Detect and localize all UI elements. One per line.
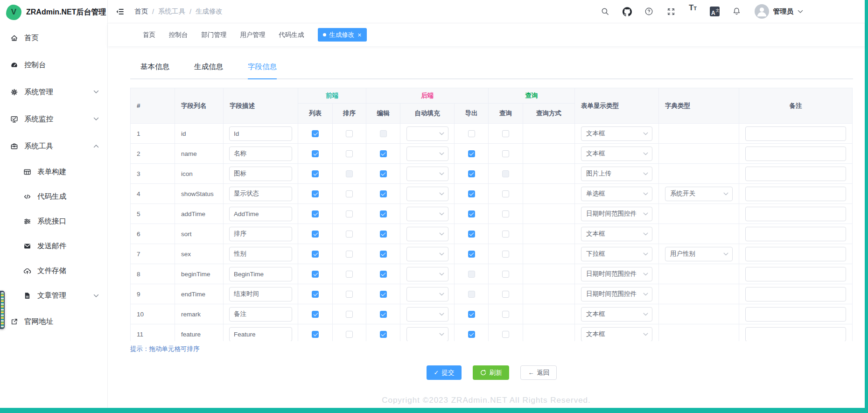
query-checkbox[interactable] bbox=[502, 251, 509, 258]
sort-checkbox[interactable] bbox=[346, 150, 353, 157]
sidebar-item-form-build[interactable]: 表单构建 bbox=[0, 160, 107, 184]
tab-生成信息[interactable]: 生成信息 bbox=[194, 62, 223, 79]
field-desc-input[interactable] bbox=[229, 247, 292, 261]
autofill-select[interactable] bbox=[406, 227, 448, 241]
list-checkbox[interactable] bbox=[312, 271, 319, 278]
tab-tag[interactable]: 控制台 bbox=[169, 31, 188, 39]
sort-checkbox[interactable] bbox=[346, 190, 353, 197]
field-desc-input[interactable] bbox=[229, 126, 292, 141]
list-checkbox[interactable] bbox=[312, 291, 319, 298]
tab-tag[interactable]: 用户管理 bbox=[240, 31, 266, 39]
breadcrumb-item[interactable]: 首页 bbox=[134, 7, 148, 16]
sidebar-item-official-site[interactable]: 官网地址 bbox=[0, 308, 107, 335]
list-checkbox[interactable] bbox=[312, 331, 319, 338]
field-desc-input[interactable] bbox=[229, 287, 292, 301]
remark-input[interactable] bbox=[745, 327, 846, 342]
sort-checkbox[interactable] bbox=[346, 231, 353, 238]
field-desc-input[interactable] bbox=[229, 207, 292, 221]
remark-input[interactable] bbox=[745, 207, 846, 221]
app-logo[interactable]: V ZRAdmin.NET后台管理 bbox=[0, 0, 107, 24]
form-type-select[interactable]: 下拉框 bbox=[581, 247, 652, 261]
sidebar-item-send-mail[interactable]: 发送邮件 bbox=[0, 234, 107, 259]
remark-input[interactable] bbox=[745, 287, 846, 301]
submit-button[interactable]: ✓提交 bbox=[427, 365, 462, 380]
form-type-select[interactable]: 日期时间范围控件 bbox=[581, 267, 652, 281]
list-checkbox[interactable] bbox=[312, 150, 319, 157]
sort-checkbox[interactable] bbox=[346, 210, 353, 217]
edit-checkbox[interactable] bbox=[380, 190, 387, 197]
form-type-select[interactable]: 文本框 bbox=[581, 126, 652, 141]
list-checkbox[interactable] bbox=[312, 130, 319, 137]
list-checkbox[interactable] bbox=[312, 170, 319, 177]
field-desc-input[interactable] bbox=[229, 167, 292, 181]
sidebar-item-system-tools[interactable]: 系统工具 bbox=[0, 133, 107, 160]
language-icon[interactable]: A文 bbox=[707, 4, 723, 20]
remark-input[interactable] bbox=[745, 227, 846, 241]
autofill-select[interactable] bbox=[406, 207, 448, 221]
form-type-select[interactable]: 单选框 bbox=[581, 187, 652, 201]
remark-input[interactable] bbox=[745, 247, 846, 261]
autofill-select[interactable] bbox=[406, 247, 448, 261]
query-checkbox[interactable] bbox=[502, 150, 509, 157]
github-icon[interactable] bbox=[619, 4, 635, 20]
sort-checkbox[interactable] bbox=[346, 291, 353, 298]
remark-input[interactable] bbox=[745, 126, 846, 141]
form-type-select[interactable]: 图片上传 bbox=[581, 167, 652, 181]
export-checkbox[interactable] bbox=[468, 231, 475, 238]
sidebar-item-file-storage[interactable]: 文件存储 bbox=[0, 259, 107, 283]
tab-tag[interactable]: 代码生成 bbox=[279, 31, 304, 39]
query-checkbox[interactable] bbox=[502, 291, 509, 298]
export-checkbox[interactable] bbox=[468, 170, 475, 177]
dict-type-select[interactable]: 系统开关 bbox=[665, 187, 733, 201]
edit-checkbox[interactable] bbox=[380, 231, 387, 238]
edit-checkbox[interactable] bbox=[380, 210, 387, 217]
sidebar-item-system-api[interactable]: 系统接口 bbox=[0, 209, 107, 234]
field-desc-input[interactable] bbox=[229, 227, 292, 241]
list-checkbox[interactable] bbox=[312, 231, 319, 238]
fields-table-container[interactable]: #字段列名字段描述前端后端查询表单显示类型字典类型备注列表排序编辑自动填充导出查… bbox=[130, 88, 853, 341]
edit-checkbox[interactable] bbox=[380, 291, 387, 298]
export-checkbox[interactable] bbox=[468, 190, 475, 197]
sidebar-item-dashboard[interactable]: 控制台 bbox=[0, 51, 107, 78]
sort-checkbox[interactable] bbox=[346, 311, 353, 318]
list-checkbox[interactable] bbox=[312, 311, 319, 318]
help-icon[interactable] bbox=[641, 4, 657, 20]
sidebar-collapse-icon[interactable] bbox=[116, 7, 125, 16]
field-desc-input[interactable] bbox=[229, 267, 292, 281]
edit-checkbox[interactable] bbox=[380, 311, 387, 318]
form-type-select[interactable]: 日期时间范围控件 bbox=[581, 207, 652, 221]
refresh-button[interactable]: 刷新 bbox=[473, 365, 509, 380]
export-checkbox[interactable] bbox=[468, 251, 475, 258]
autofill-select[interactable] bbox=[406, 167, 448, 181]
list-checkbox[interactable] bbox=[312, 251, 319, 258]
search-icon[interactable] bbox=[597, 4, 613, 20]
sidebar-item-system-manage[interactable]: 系统管理 bbox=[0, 78, 107, 105]
autofill-select[interactable] bbox=[406, 187, 448, 201]
back-button[interactable]: ←返回 bbox=[520, 365, 557, 380]
sort-checkbox[interactable] bbox=[346, 130, 353, 137]
remark-input[interactable] bbox=[745, 187, 846, 201]
field-desc-input[interactable] bbox=[229, 187, 292, 201]
edit-checkbox[interactable] bbox=[380, 251, 387, 258]
remark-input[interactable] bbox=[745, 147, 846, 161]
form-type-select[interactable]: 日期时间范围控件 bbox=[581, 287, 652, 301]
export-checkbox[interactable] bbox=[468, 311, 475, 318]
field-desc-input[interactable] bbox=[229, 327, 292, 342]
form-type-select[interactable]: 文本框 bbox=[581, 307, 652, 322]
fullscreen-icon[interactable] bbox=[663, 4, 679, 20]
autofill-select[interactable] bbox=[406, 126, 448, 141]
field-desc-input[interactable] bbox=[229, 307, 292, 322]
user-menu[interactable]: 管理员 bbox=[755, 4, 804, 19]
breadcrumb-item[interactable]: 系统工具 bbox=[158, 7, 185, 16]
form-type-select[interactable]: 文本框 bbox=[581, 327, 652, 342]
query-checkbox[interactable] bbox=[502, 231, 509, 238]
remark-input[interactable] bbox=[745, 307, 846, 322]
autofill-select[interactable] bbox=[406, 147, 448, 161]
query-checkbox[interactable] bbox=[502, 311, 509, 318]
query-checkbox[interactable] bbox=[502, 331, 509, 338]
list-checkbox[interactable] bbox=[312, 190, 319, 197]
font-size-icon[interactable]: TT bbox=[685, 4, 701, 20]
sort-checkbox[interactable] bbox=[346, 271, 353, 278]
export-checkbox[interactable] bbox=[468, 210, 475, 217]
tab-基本信息[interactable]: 基本信息 bbox=[140, 62, 169, 79]
